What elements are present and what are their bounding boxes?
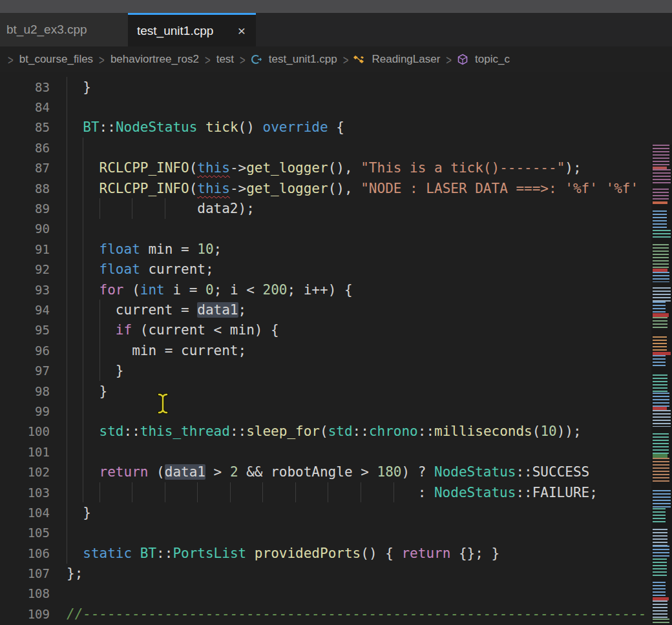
minimap-band: [653, 410, 671, 427]
line-number: 99: [0, 404, 50, 418]
line-number: 88: [0, 181, 50, 196]
code-line[interactable]: 96 min = current;: [0, 340, 672, 360]
code-text: }: [50, 79, 91, 95]
breadcrumb-item-readinglaser[interactable]: ReadingLaser: [372, 53, 440, 66]
breadcrumb-item-behaviortree-ros2[interactable]: behaviortree_ros2: [110, 53, 199, 66]
tab-label: bt_u2_ex3.cpp: [6, 23, 87, 37]
minimap-band: [653, 433, 669, 454]
method-icon: [456, 53, 469, 66]
code-area: 83 }8485 BT::NodeStatus tick() override …: [0, 77, 672, 624]
code-line[interactable]: 91 float min = 10;: [0, 239, 672, 259]
minimap-band: [653, 230, 671, 238]
minimap-band: [653, 238, 666, 244]
chevron-right-icon: >: [343, 52, 349, 67]
code-text: RCLCPP_INFO(this->get_logger(), "NODE : …: [50, 181, 638, 196]
line-number: 101: [0, 445, 50, 459]
code-line[interactable]: 90: [0, 219, 672, 239]
code-text: static BT::PortsList providedPorts() { r…: [50, 546, 499, 561]
minimap-band: [653, 282, 667, 287]
chevron-right-icon: >: [240, 52, 246, 67]
line-number: 95: [0, 323, 50, 337]
minimap-band: [653, 577, 671, 582]
line-number: 86: [0, 141, 50, 155]
line-number: 103: [0, 486, 50, 500]
tab-test-unit1-cpp[interactable]: test_unit1.cpp ×: [128, 13, 256, 46]
line-number: 85: [0, 120, 50, 134]
code-line[interactable]: 107};: [0, 563, 672, 583]
minimap-band: [653, 522, 669, 529]
minimap-band: [653, 482, 667, 490]
breadcrumb-item-topic[interactable]: topic_c: [475, 53, 510, 66]
close-icon[interactable]: ×: [238, 23, 246, 39]
vscode-window: bt_u2_ex3.cpp test_unit1.cpp × > bt_cour…: [0, 0, 672, 625]
class-icon: [353, 53, 366, 66]
code-line[interactable]: 97 }: [0, 360, 672, 380]
code-text: //--------------------------------------…: [50, 606, 647, 622]
code-line[interactable]: 99: [0, 401, 672, 421]
breadcrumb-item-test[interactable]: test: [216, 53, 234, 66]
code-line[interactable]: 88 RCLCPP_INFO(this->get_logger(), "NODE…: [0, 178, 672, 198]
code-line[interactable]: 101: [0, 442, 672, 462]
minimap-band: [653, 183, 666, 189]
window-titlebar[interactable]: [0, 0, 672, 13]
code-line[interactable]: 86: [0, 138, 672, 158]
minimap-band: [653, 336, 667, 352]
breadcrumb-item-bt-course-files[interactable]: bt_course_files: [19, 53, 93, 66]
minimap-band: [653, 244, 669, 269]
code-line[interactable]: 94 current = data1;: [0, 300, 672, 320]
code-line[interactable]: 83 }: [0, 77, 672, 97]
code-line[interactable]: 109//-----------------------------------…: [0, 604, 672, 624]
tab-bt-u2-ex3-cpp[interactable]: bt_u2_ex3.cpp: [0, 13, 128, 46]
minimap-band: [653, 367, 669, 374]
code-text: min = current;: [50, 343, 246, 358]
minimap-band: [653, 169, 671, 183]
editor-tab-bar: bt_u2_ex3.cpp test_unit1.cpp ×: [0, 13, 672, 46]
minimap-band: [653, 374, 667, 393]
minimap[interactable]: [651, 145, 672, 625]
code-line[interactable]: 85 BT::NodeStatus tick() override {: [0, 118, 672, 138]
code-line[interactable]: 102 return (data1 > 2 && robotAngle > 18…: [0, 462, 672, 482]
code-line[interactable]: 100 std::this_thread::sleep_for(std::chr…: [0, 422, 672, 442]
code-text: }: [50, 363, 124, 378]
code-text: data2);: [50, 201, 255, 216]
code-line[interactable]: 106 static BT::PortsList providedPorts()…: [0, 543, 672, 563]
line-number: 91: [0, 242, 50, 256]
line-number: 84: [0, 100, 50, 114]
line-number: 104: [0, 506, 50, 520]
minimap-band: [653, 600, 667, 619]
line-number: 94: [0, 303, 50, 317]
minimap-band: [653, 508, 666, 522]
code-line[interactable]: 104 }: [0, 502, 672, 522]
minimap-band: [653, 287, 671, 302]
line-number: 90: [0, 221, 50, 236]
code-line[interactable]: 87 RCLCPP_INFO(this->get_logger(), "This…: [0, 158, 672, 178]
line-number: 92: [0, 262, 50, 276]
chevron-right-icon: >: [8, 52, 14, 67]
breadcrumb-item-test-unit1-cpp[interactable]: test_unit1.cpp: [269, 53, 337, 66]
tab-label: test_unit1.cpp: [137, 24, 213, 38]
code-line[interactable]: 103 : NodeStatus::FAILURE;: [0, 482, 672, 502]
line-number: 83: [0, 80, 50, 94]
line-number: 107: [0, 566, 50, 580]
code-text: }: [50, 384, 107, 399]
line-number: 93: [0, 283, 50, 297]
code-text: return (data1 > 2 && robotAngle > 180) ?…: [50, 464, 589, 480]
code-text: };: [50, 566, 83, 581]
code-line[interactable]: 98 }: [0, 381, 672, 401]
chevron-right-icon: >: [446, 52, 452, 67]
code-line[interactable]: 93 for (int i = 0; i < 200; i++) {: [0, 280, 672, 300]
code-line[interactable]: 89 data2);: [0, 198, 672, 218]
code-editor[interactable]: 83 }8485 BT::NodeStatus tick() override …: [0, 72, 672, 625]
minimap-band: [653, 582, 666, 597]
minimap-band: [653, 355, 666, 367]
minimap-band: [653, 619, 669, 625]
code-line[interactable]: 105: [0, 523, 672, 543]
line-number: 89: [0, 201, 50, 216]
code-line[interactable]: 84: [0, 97, 672, 117]
minimap-band: [653, 546, 669, 558]
code-line[interactable]: 95 if (current < min) {: [0, 320, 672, 340]
chevron-right-icon: >: [205, 52, 211, 67]
line-number: 98: [0, 384, 50, 398]
code-line[interactable]: 108: [0, 584, 672, 604]
code-line[interactable]: 92 float current;: [0, 260, 672, 280]
